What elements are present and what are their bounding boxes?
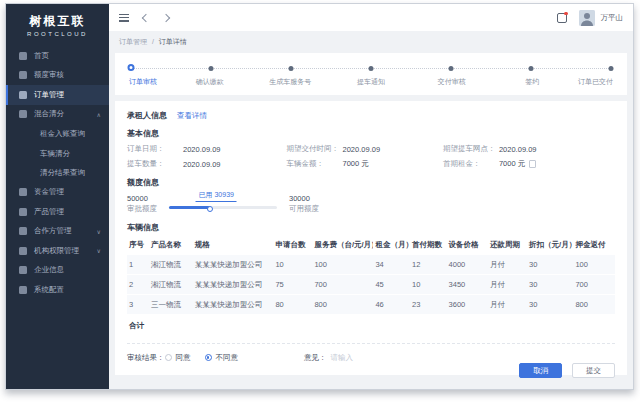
app-window: 树根互联 ROOTCLOUD 首页额度审核订单管理混合清分∧租金入账查询车辆清分…	[5, 3, 634, 390]
table-cell: 4000	[447, 255, 488, 274]
vehicle-info-title: 车辆信息	[127, 222, 615, 233]
menu-icon	[19, 52, 27, 60]
slider-fill	[169, 206, 210, 209]
table-cell: 12	[410, 255, 447, 274]
back-icon[interactable]	[142, 13, 150, 21]
notification-icon[interactable]	[557, 13, 567, 23]
step-dot	[448, 66, 453, 71]
menu-icon	[19, 247, 27, 255]
table-cell: 30	[527, 275, 573, 294]
radio-option-0[interactable]: 同意	[165, 353, 191, 363]
table-cell: 800	[312, 295, 373, 314]
table-row: 1湘江物流某某某快递加盟公司1010034124000月付30100	[127, 255, 615, 274]
table-cell: 三一物流	[149, 295, 193, 314]
quota-slider: 已用 30939	[169, 192, 277, 214]
basic-info-fields: 订单日期：2020.09.09期望交付时间：2020.09.09期望提车网点：2…	[127, 144, 615, 169]
approved-quota-label: 审批额度	[127, 204, 157, 214]
sidebar-subitem-2[interactable]: 清分结果查询	[6, 163, 109, 183]
breadcrumb-parent[interactable]: 订单管理	[119, 38, 147, 45]
table-header-cell: 首付期数	[410, 236, 447, 254]
divider	[127, 343, 615, 344]
field-value: 2020.09.09	[183, 145, 221, 154]
menu-icon	[19, 91, 27, 99]
field-label: 订单日期：	[127, 144, 183, 154]
sidebar-item-4[interactable]: 资金管理	[6, 183, 109, 203]
table-row: 2湘江物流某某某快递加盟公司7570045103450月付30700	[127, 275, 615, 294]
sidebar-item-2[interactable]: 订单管理	[6, 85, 109, 105]
radio-icon[interactable]	[205, 354, 212, 361]
table-header-cell: 序号	[127, 236, 149, 254]
sidebar-item-9[interactable]: 系统配置	[6, 280, 109, 300]
sidebar-item-8[interactable]: 企业信息	[6, 261, 109, 281]
avatar[interactable]	[579, 10, 595, 26]
chevron-up-icon: ∧	[97, 111, 101, 118]
sidebar-item-3[interactable]: 混合清分∧	[6, 105, 109, 125]
sidebar-item-0[interactable]: 首页	[6, 46, 109, 66]
comment-label: 意见：	[304, 353, 327, 363]
sidebar-item-label: 产品管理	[34, 207, 64, 217]
user-name[interactable]: 万平山	[601, 13, 624, 23]
forward-icon[interactable]	[162, 13, 170, 21]
view-detail-link[interactable]: 查看详情	[177, 111, 207, 121]
radio-icon[interactable]	[165, 354, 172, 361]
topbar: 万平山	[109, 4, 633, 31]
stepper-dots	[131, 64, 611, 74]
info-field: 提车数量：2020.09.09	[127, 159, 287, 169]
used-quota-tooltip: 已用 30939	[196, 190, 237, 202]
total-row: 合计	[127, 315, 615, 336]
sidebar-item-6[interactable]: 合作方管理∨	[6, 222, 109, 242]
submit-button[interactable]: 提交	[572, 363, 615, 378]
step-label: 订单已交付	[578, 77, 613, 87]
review-radio-group: 同意不同意	[165, 353, 253, 363]
table-header-cell: 租金（月）	[373, 236, 410, 254]
table-cell: 湘江物流	[149, 275, 193, 294]
menu-icon	[19, 110, 27, 118]
available-quota-value: 30000	[289, 194, 319, 204]
table-header-cell: 设备价格	[447, 236, 488, 254]
table-cell: 某某某快递加盟公司	[193, 295, 274, 314]
field-value: 2020.09.09	[499, 145, 537, 154]
sidebar-subitem-0[interactable]: 租金入账查询	[6, 124, 109, 144]
slider-handle[interactable]	[207, 206, 213, 212]
table-cell: 10	[410, 275, 447, 294]
table-cell: 23	[410, 295, 447, 314]
sidebar-item-label: 资金管理	[34, 187, 64, 197]
table-cell: 30	[527, 295, 573, 314]
field-value: 2020.09.09	[343, 145, 381, 154]
sidebar-item-7[interactable]: 机构权限管理∨	[6, 241, 109, 261]
approved-quota: 50000 审批额度	[127, 194, 157, 214]
table-cell: 800	[573, 295, 615, 314]
sidebar-item-label: 额度审核	[34, 70, 64, 80]
table-header-cell: 申请台数	[273, 236, 312, 254]
table-cell: 某某某快递加盟公司	[193, 255, 274, 274]
stepper-labels: 订单审核确认缴款生成车服务号提车通知交付审核签约订单已交付	[129, 77, 613, 89]
sidebar-item-label: 机构权限管理	[34, 246, 79, 256]
radio-label: 同意	[176, 353, 191, 363]
table-cell: 月付	[488, 275, 527, 294]
vehicle-table: 序号产品名称规格申请台数服务费（台/元/月）租金（月）首付期数设备价格还款周期折…	[127, 235, 615, 337]
step-label: 生成车服务号	[269, 77, 311, 87]
sidebar-subitem-1[interactable]: 车辆清分	[6, 144, 109, 164]
field-label: 期望交付时间：	[287, 144, 343, 154]
sidebar-menu: 首页额度审核订单管理混合清分∧租金入账查询车辆清分清分结果查询资金管理产品管理合…	[6, 46, 109, 300]
step-label: 订单审核	[129, 77, 157, 87]
table-header-cell: 折扣（元/月）	[527, 236, 573, 254]
table-cell: 2	[127, 275, 149, 294]
sidebar-item-1[interactable]: 额度审核	[6, 66, 109, 86]
step-dot	[529, 66, 534, 71]
info-field: 首期租金：7000 元	[443, 159, 615, 169]
radio-option-1[interactable]: 不同意	[205, 353, 239, 363]
comment-input[interactable]: 请输入	[331, 353, 354, 363]
chevron-down-icon: ∨	[97, 247, 101, 254]
step-dot	[128, 64, 135, 71]
sidebar-item-5[interactable]: 产品管理	[6, 202, 109, 222]
menu-toggle-icon[interactable]	[119, 14, 129, 22]
available-quota-label: 可用额度	[289, 204, 319, 214]
table-header-cell: 规格	[193, 236, 274, 254]
copy-icon[interactable]	[529, 160, 536, 168]
radio-label: 不同意	[216, 353, 239, 363]
step-label: 确认缴款	[196, 77, 224, 87]
cancel-button[interactable]: 取消	[519, 363, 562, 378]
review-result-label: 审核结果：	[127, 353, 165, 363]
approved-quota-value: 50000	[127, 194, 157, 204]
